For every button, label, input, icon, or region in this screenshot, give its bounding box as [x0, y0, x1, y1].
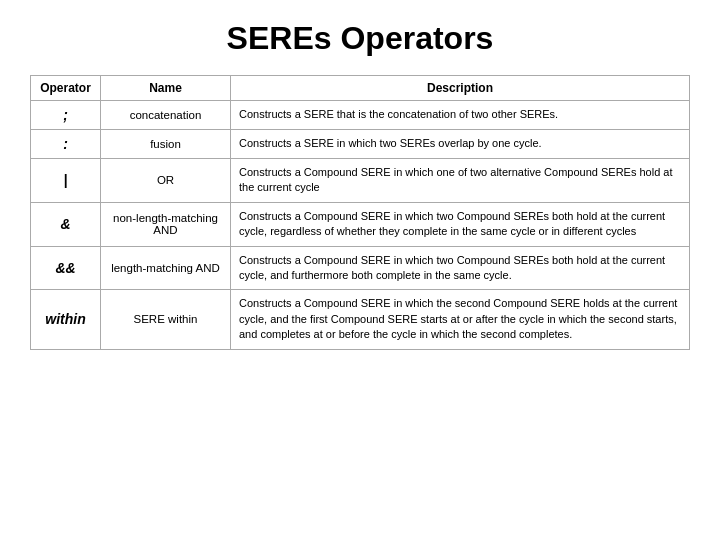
cell-description: Constructs a SERE in which two SEREs ove… — [231, 130, 690, 159]
col-header-description: Description — [231, 76, 690, 101]
cell-operator: & — [31, 202, 101, 246]
table-header-row: Operator Name Description — [31, 76, 690, 101]
page-title: SEREs Operators — [227, 20, 494, 57]
cell-description: Constructs a Compound SERE in which one … — [231, 159, 690, 203]
table-row: |ORConstructs a Compound SERE in which o… — [31, 159, 690, 203]
cell-description: Constructs a SERE that is the concatenat… — [231, 101, 690, 130]
cell-name: concatenation — [101, 101, 231, 130]
table-row: &&length-matching ANDConstructs a Compou… — [31, 246, 690, 290]
cell-operator: | — [31, 159, 101, 203]
cell-name: fusion — [101, 130, 231, 159]
cell-description: Constructs a Compound SERE in which two … — [231, 246, 690, 290]
cell-operator: : — [31, 130, 101, 159]
cell-description: Constructs a Compound SERE in which the … — [231, 290, 690, 349]
cell-name: non-length-matching AND — [101, 202, 231, 246]
cell-operator: ; — [31, 101, 101, 130]
cell-name: SERE within — [101, 290, 231, 349]
table-row: withinSERE withinConstructs a Compound S… — [31, 290, 690, 349]
table-row: ;concatenationConstructs a SERE that is … — [31, 101, 690, 130]
col-header-name: Name — [101, 76, 231, 101]
col-header-operator: Operator — [31, 76, 101, 101]
operators-table: Operator Name Description ;concatenation… — [30, 75, 690, 350]
cell-name: OR — [101, 159, 231, 203]
cell-operator: && — [31, 246, 101, 290]
table-row: :fusionConstructs a SERE in which two SE… — [31, 130, 690, 159]
cell-operator: within — [31, 290, 101, 349]
cell-name: length-matching AND — [101, 246, 231, 290]
table-row: &non-length-matching ANDConstructs a Com… — [31, 202, 690, 246]
cell-description: Constructs a Compound SERE in which two … — [231, 202, 690, 246]
